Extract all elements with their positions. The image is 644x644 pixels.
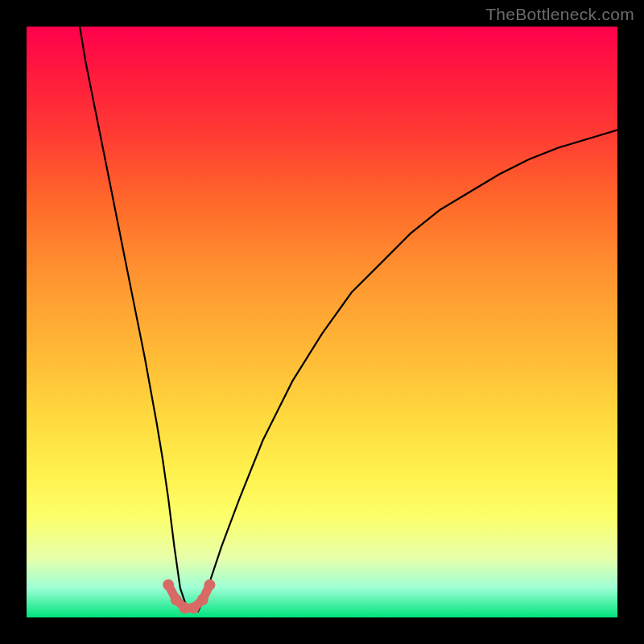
valley-dot [163, 580, 174, 591]
bottleneck-curve [80, 27, 617, 612]
chart-frame: TheBottleneck.com [0, 0, 644, 644]
valley-dot [204, 580, 216, 591]
chart-svg [27, 27, 617, 617]
chart-plot-area [27, 27, 617, 617]
watermark-text: TheBottleneck.com [485, 5, 634, 24]
valley-dot [188, 602, 200, 613]
valley-dot [197, 594, 208, 605]
valley-dot [171, 594, 182, 605]
